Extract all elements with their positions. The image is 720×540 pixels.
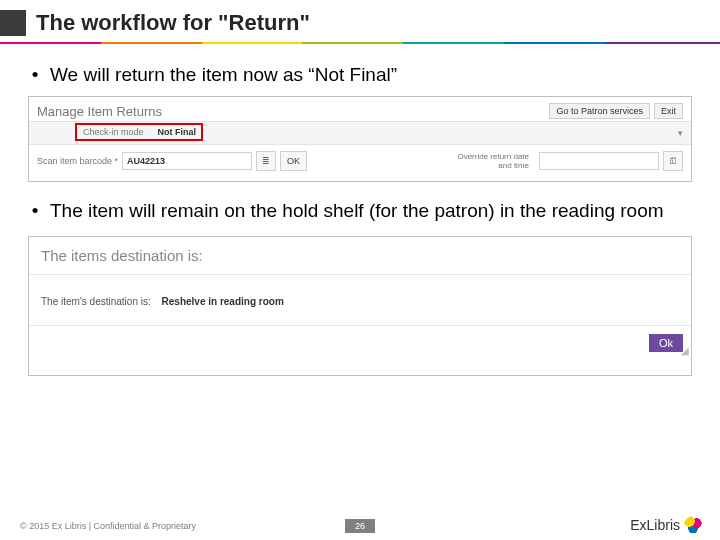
checkin-mode-highlight: Check-in mode Not Final: [75, 123, 203, 141]
screenshot-header: Manage Item Returns Go to Patron service…: [29, 97, 691, 121]
checkin-mode-bar: Check-in mode Not Final ▾: [29, 121, 691, 145]
list-icon[interactable]: ≣: [256, 151, 276, 171]
screenshot-manage-returns: Manage Item Returns Go to Patron service…: [28, 96, 692, 182]
screenshot-destination: The items destination is: The item's des…: [28, 236, 692, 376]
destination-line: The item's destination is: Reshelve in r…: [41, 296, 284, 307]
logo-mark-icon: [684, 516, 702, 534]
page-title: The workflow for "Return": [36, 10, 310, 36]
exit-button[interactable]: Exit: [654, 103, 683, 119]
bullet-2-text: The item will remain on the hold shelf (…: [50, 200, 664, 222]
scan-barcode-label: Scan item barcode *: [37, 156, 118, 166]
destination-body: The item's destination is: Reshelve in r…: [29, 274, 691, 326]
override-date-input[interactable]: [539, 152, 659, 170]
screenshot-title: Manage Item Returns: [37, 104, 162, 119]
title-decor-block: [0, 10, 26, 36]
slide: The workflow for "Return" • We will retu…: [0, 0, 720, 540]
slide-body: • We will return the item now as “Not Fi…: [0, 50, 720, 376]
slide-footer: © 2015 Ex Libris | Confidential & Propri…: [0, 512, 720, 540]
bullet-1: • We will return the item now as “Not Fi…: [28, 64, 692, 86]
exlibris-logo: ExLibris: [630, 516, 702, 534]
destination-line-value: Reshelve in reading room: [162, 296, 284, 307]
caret-down-icon[interactable]: ▾: [678, 128, 683, 138]
override-date-label: Override return date and time: [449, 152, 529, 170]
barcode-input[interactable]: AU42213: [122, 152, 252, 170]
bullet-1-text: We will return the item now as “Not Fina…: [50, 64, 397, 86]
logo-text: ExLibris: [630, 517, 680, 533]
destination-heading: The items destination is:: [29, 237, 691, 274]
scan-row: Scan item barcode * AU42213 ≣ OK Overrid…: [29, 145, 691, 177]
bullet-dot: •: [28, 64, 42, 86]
resize-handle-icon[interactable]: ◢: [681, 345, 689, 356]
destination-line-label: The item's destination is:: [41, 296, 151, 307]
bullet-dot: •: [28, 200, 42, 222]
checkin-mode-label: Check-in mode: [83, 127, 144, 137]
calendar-icon[interactable]: 🗓: [663, 151, 683, 171]
page-number: 26: [345, 519, 375, 533]
bullet-2: • The item will remain on the hold shelf…: [28, 200, 692, 222]
destination-footer: Ok ◢: [29, 326, 691, 358]
goto-patron-button[interactable]: Go to Patron services: [549, 103, 650, 119]
rainbow-divider: [0, 42, 720, 44]
copyright-text: © 2015 Ex Libris | Confidential & Propri…: [20, 521, 196, 531]
screenshot-header-buttons: Go to Patron services Exit: [549, 103, 683, 119]
destination-ok-button[interactable]: Ok: [649, 334, 683, 352]
slide-header: The workflow for "Return": [0, 0, 720, 50]
scan-ok-button[interactable]: OK: [280, 151, 307, 171]
checkin-mode-value: Not Final: [158, 127, 197, 137]
title-row: The workflow for "Return": [0, 10, 720, 36]
